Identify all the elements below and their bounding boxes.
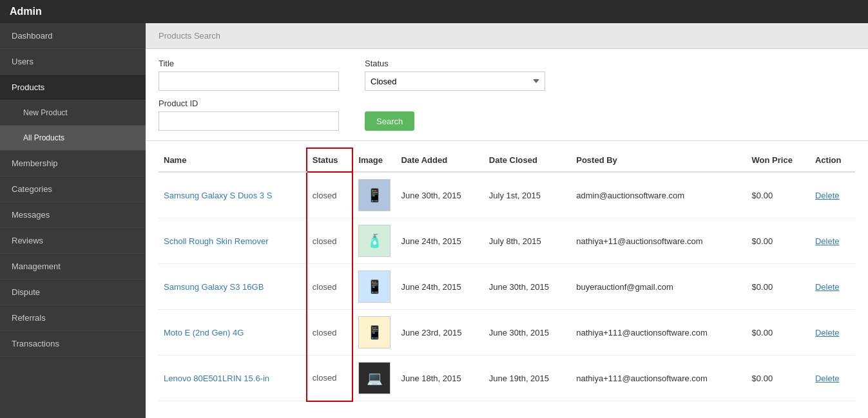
- col-header-status: Status: [307, 148, 353, 172]
- products-table-area: Name Status Image Date Added Date Closed…: [146, 141, 868, 408]
- sidebar-item-users[interactable]: Users: [0, 49, 146, 75]
- cell-name: Scholl Rough Skin Remover: [159, 218, 307, 264]
- sidebar-item-all-products[interactable]: All Products: [0, 126, 146, 151]
- col-header-image: Image: [352, 148, 396, 172]
- cell-date-closed: July 8th, 2015: [484, 218, 571, 264]
- col-header-action: Action: [810, 148, 855, 172]
- sidebar-item-referrals[interactable]: Referrals: [0, 305, 146, 331]
- cell-date-added: June 23rd, 2015: [396, 310, 483, 356]
- product-link[interactable]: Samsung Galaxy S3 16GB: [164, 282, 264, 292]
- product-link[interactable]: Moto E (2nd Gen) 4G: [164, 328, 244, 337]
- sidebar-item-management[interactable]: Management: [0, 254, 146, 280]
- table-row: Lenovo 80E501LRIN 15.6-in closed 💻 June …: [159, 356, 855, 401]
- filter-row-1: Title Status All Open Closed Pending: [159, 59, 855, 91]
- filter-group-status: Status All Open Closed Pending: [365, 59, 545, 91]
- cell-status: closed: [307, 172, 353, 218]
- cell-date-added: June 24th, 2015: [396, 264, 483, 310]
- sidebar-item-dispute[interactable]: Dispute: [0, 280, 146, 305]
- cell-action: Delete: [810, 310, 855, 356]
- title-input[interactable]: [159, 71, 339, 91]
- sidebar-item-products[interactable]: Products: [0, 75, 146, 100]
- cell-name: Moto E (2nd Gen) 4G: [159, 310, 307, 356]
- cell-name: Samsung Galaxy S3 16GB: [159, 264, 307, 310]
- cell-posted-by: nathiya+111@auctionsoftware.com: [571, 310, 746, 356]
- search-section-header: Products Search: [146, 23, 868, 49]
- content-area: Products Search Title Status All Open: [146, 23, 868, 418]
- status-select-wrapper: All Open Closed Pending: [365, 71, 545, 91]
- cell-date-closed: July 1st, 2015: [484, 172, 571, 218]
- cell-posted-by: nathiya+111@auctionsoftware.com: [571, 356, 746, 401]
- table-row: Moto E (2nd Gen) 4G closed 📱 June 23rd, …: [159, 310, 855, 356]
- cell-posted-by: buyerauctionf@gmail.com: [571, 264, 746, 310]
- filter-group-product-id: Product ID: [159, 99, 339, 131]
- table-row: Samsung Galaxy S Duos 3 S closed 📱 June …: [159, 172, 855, 218]
- table-row: Samsung Galaxy S3 16GB closed 📱 June 24t…: [159, 264, 855, 310]
- cell-image: 📱: [352, 264, 396, 310]
- filter-row-2: Product ID Search: [159, 99, 855, 131]
- product-id-label: Product ID: [159, 99, 339, 108]
- cell-action: Delete: [810, 264, 855, 310]
- sidebar-item-messages[interactable]: Messages: [0, 202, 146, 228]
- cell-won-price: $0.00: [747, 264, 810, 310]
- cell-date-added: June 30th, 2015: [396, 172, 483, 218]
- product-thumbnail: 🧴: [358, 225, 391, 257]
- cell-status: closed: [307, 218, 353, 264]
- cell-image: 💻: [352, 356, 396, 401]
- product-thumbnail: 📱: [358, 271, 391, 303]
- col-header-date-closed: Date Closed: [484, 148, 571, 172]
- product-link[interactable]: Lenovo 80E501LRIN 15.6-in: [164, 374, 269, 383]
- status-label: Status: [365, 59, 545, 68]
- delete-link[interactable]: Delete: [815, 236, 840, 246]
- cell-date-closed: June 30th, 2015: [484, 310, 571, 356]
- sidebar-item-dashboard[interactable]: Dashboard: [0, 23, 146, 49]
- cell-date-closed: June 19th, 2015: [484, 356, 571, 401]
- products-table: Name Status Image Date Added Date Closed…: [159, 147, 855, 402]
- sidebar: Dashboard Users Products New Product All…: [0, 23, 146, 418]
- table-header-row: Name Status Image Date Added Date Closed…: [159, 148, 855, 172]
- sidebar-item-transactions[interactable]: Transactions: [0, 331, 146, 357]
- cell-posted-by: admin@auctionsoftware.com: [571, 172, 746, 218]
- delete-link[interactable]: Delete: [815, 191, 840, 200]
- cell-date-added: June 18th, 2015: [396, 356, 483, 401]
- search-button[interactable]: Search: [365, 111, 414, 131]
- col-header-posted-by: Posted By: [571, 148, 746, 172]
- status-select[interactable]: All Open Closed Pending: [365, 71, 545, 91]
- cell-posted-by: nathiya+11@auctionsoftware.com: [571, 218, 746, 264]
- cell-status: closed: [307, 264, 353, 310]
- cell-won-price: $0.00: [747, 172, 810, 218]
- product-id-input[interactable]: [159, 111, 339, 131]
- cell-action: Delete: [810, 356, 855, 401]
- table-row: Scholl Rough Skin Remover closed 🧴 June …: [159, 218, 855, 264]
- search-section-title: Products Search: [159, 31, 220, 41]
- filter-group-search-btn: Search: [365, 111, 414, 131]
- cell-status: closed: [307, 310, 353, 356]
- cell-won-price: $0.00: [747, 356, 810, 401]
- col-header-won-price: Won Price: [747, 148, 810, 172]
- cell-won-price: $0.00: [747, 310, 810, 356]
- cell-date-added: June 24th, 2015: [396, 218, 483, 264]
- app-title: Admin: [10, 6, 42, 17]
- product-link[interactable]: Scholl Rough Skin Remover: [164, 236, 269, 246]
- main-layout: Dashboard Users Products New Product All…: [0, 23, 868, 418]
- cell-status: closed: [307, 356, 353, 401]
- cell-image: 📱: [352, 172, 396, 218]
- sidebar-item-new-product[interactable]: New Product: [0, 100, 146, 126]
- cell-image: 🧴: [352, 218, 396, 264]
- sidebar-item-reviews[interactable]: Reviews: [0, 228, 146, 254]
- filter-group-title: Title: [159, 59, 339, 91]
- cell-date-closed: June 30th, 2015: [484, 264, 571, 310]
- topbar: Admin: [0, 0, 868, 23]
- delete-link[interactable]: Delete: [815, 374, 840, 383]
- delete-link[interactable]: Delete: [815, 328, 840, 337]
- product-thumbnail: 📱: [358, 179, 391, 211]
- cell-won-price: $0.00: [747, 218, 810, 264]
- cell-name: Lenovo 80E501LRIN 15.6-in: [159, 356, 307, 401]
- delete-link[interactable]: Delete: [815, 282, 840, 292]
- cell-image: 📱: [352, 310, 396, 356]
- sidebar-item-categories[interactable]: Categories: [0, 176, 146, 202]
- title-label: Title: [159, 59, 339, 68]
- product-link[interactable]: Samsung Galaxy S Duos 3 S: [164, 191, 272, 200]
- product-thumbnail: 📱: [358, 316, 391, 348]
- filter-area: Title Status All Open Closed Pending: [146, 49, 868, 141]
- sidebar-item-membership[interactable]: Membership: [0, 151, 146, 176]
